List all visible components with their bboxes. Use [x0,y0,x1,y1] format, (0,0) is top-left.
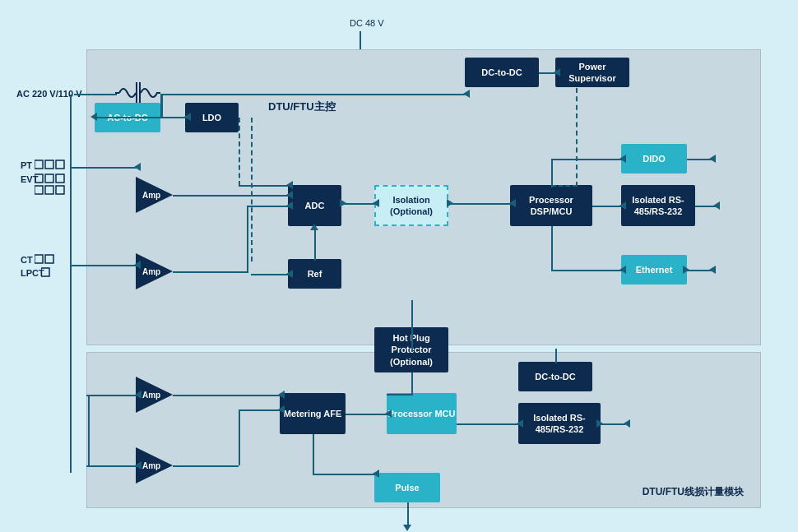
proc-to-eth-v [551,226,553,271]
isolated-rs485-bottom-block: Isolated RS-485/RS-232 [518,403,601,444]
proc-to-eth-head [619,266,626,274]
ct-label: CT [21,255,33,265]
eth-out-line [687,270,712,271]
transformer-to-ldo2 [160,117,187,118]
hotplug-to-bot-line [411,372,413,396]
adc-block: ADC [288,185,341,226]
bottom-section-label: DTU/FTU线损计量模块 [643,485,744,499]
proc-to-rs485-head [619,201,626,210]
isolation-to-proc-head-l [447,199,453,207]
amp3-to-mafe-head [278,391,285,399]
amp2-line1 [173,271,247,273]
ldo-to-adc-head [286,181,293,189]
svg-rect-11 [45,186,53,194]
pmcu-to-rs485b-line [457,423,520,425]
diagram-container: DC 48 V AC 220 V/110 V DTU/FTU主控 DTU/FTU… [8,8,790,524]
mafe-to-pulse-head [373,470,379,478]
amp4-to-mafe-head [278,405,285,414]
transformer-to-acdc-line3 [95,117,163,118]
dcdc-bot-up-line [555,349,557,363]
mafe-to-pulse-v [313,434,314,475]
dido-out-line [687,159,712,160]
dido-block: DIDO [621,144,687,173]
ldo-to-ref-h [251,274,290,275]
pt-label: PT [21,160,32,170]
proc-to-eth-line [551,270,624,271]
ac220-label: AC 220 V/110 V [16,89,82,99]
evt-symbol [35,172,72,198]
main-power-line [161,94,466,95]
svg-text:Amp: Amp [142,461,160,470]
pt-evt-line [70,167,137,169]
ref-to-adc-v [314,226,316,261]
isolation-to-proc-line [448,203,512,205]
rs485-top-out-head [713,201,720,210]
svg-rect-8 [45,174,53,183]
svg-rect-15 [41,268,49,276]
pulse-out-line [407,502,409,527]
hotplug-to-pmcu-h [387,394,413,396]
transformer-to-acdc-head1 [90,113,97,121]
isolation-block: Isolation (Optional) [374,185,448,226]
amp3-to-mafe-line [173,395,281,396]
svg-rect-7 [35,174,43,183]
amp2-line3 [247,206,290,207]
proc-to-dido-line [592,159,623,160]
pt-to-amp-head [134,163,141,171]
ac-to-transformer-line [74,94,117,95]
adc-to-isolation-line [341,203,376,205]
rs485b-in-head [596,419,603,428]
metering-afe-block: Metering AFE [280,393,346,434]
ct-to-amp-head [134,261,141,269]
mafe-to-pmcu-line [346,414,388,415]
adc-to-isolation-head-l [340,199,346,207]
amp-bottom: Amp [136,253,173,289]
svg-text:Amp: Amp [142,267,160,276]
ps-to-proc-h [551,185,578,187]
bottom-input2-line [86,465,137,467]
ldo-to-adc-h [239,185,290,187]
dc48v-label: DC 48 V [350,18,384,28]
amp1-to-adc-head [286,191,293,199]
pmcu-to-rs485b-head [517,419,523,428]
ethernet-block: Ethernet [621,255,687,285]
svg-rect-4 [35,160,43,169]
processor-mcu-block: Processor MCU [387,393,457,434]
eth-in-head [683,266,689,274]
ps-to-proc-dashed [576,88,578,187]
amp4-line3 [239,409,281,411]
proc-to-dido-head [619,155,626,163]
proc-to-dido-h2 [551,159,594,160]
ref-to-adc-head [310,224,318,230]
rs485b-out-head [624,419,630,428]
ldo-to-ref-dashed [251,118,253,261]
mafe-to-pulse-h [313,474,377,475]
svg-rect-13 [35,255,43,263]
ldo-to-ref-head [286,270,293,278]
svg-rect-14 [45,255,53,263]
amp2-line2 [247,206,248,273]
bottom-left-v-line [88,395,90,467]
bottom-input1-head [135,391,142,399]
svg-rect-10 [35,186,43,194]
svg-rect-6 [56,160,64,169]
dc-to-dc-top-block: DC-to-DC [465,58,539,87]
amp-top: Amp [136,177,173,213]
ref-block: Ref [288,259,341,289]
dido-out-head [709,155,716,163]
left-spine [70,95,72,473]
amp1-to-adc-line [173,195,290,197]
transformer-to-ldo-head [184,113,191,121]
svg-rect-12 [56,186,64,194]
eth-out-head [709,266,716,274]
pulse-out-head [403,525,411,531]
top-section-label: DTU/FTU主控 [268,99,336,114]
svg-text:Amp: Amp [142,191,160,200]
proc-to-dido-v [551,159,553,187]
ct-symbol [35,252,72,266]
dcdc-to-ps-head [554,68,560,76]
processor-dsp-block: Processor DSP/MCU [510,185,592,226]
svg-text:Amp: Amp [142,391,160,400]
ldo-to-adc-dashed [239,118,240,186]
amp2-to-adc-head [286,201,293,210]
